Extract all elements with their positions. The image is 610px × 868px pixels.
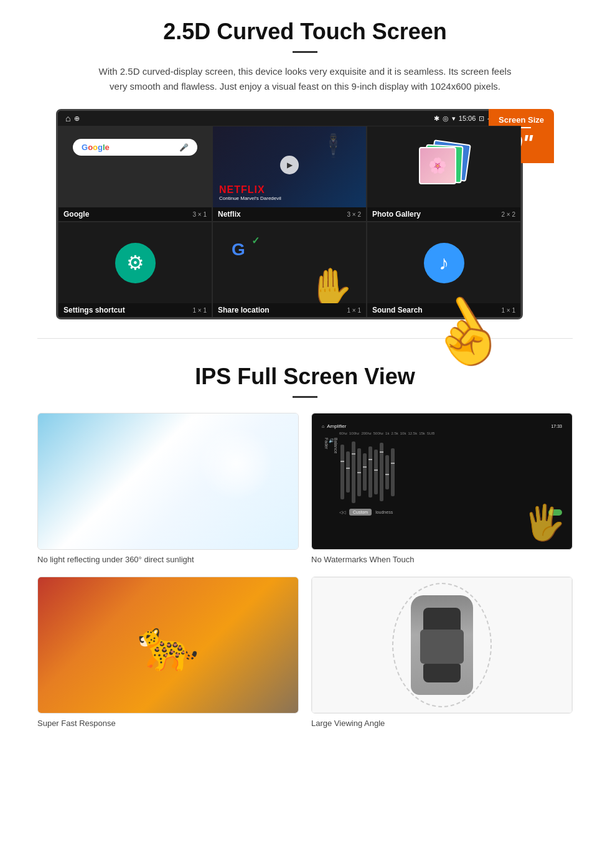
settings-icon-wrap: ⚙ xyxy=(115,243,156,283)
daredevil-silhouette: 🕴 xyxy=(319,133,347,159)
netflix-cell-inner: 🕴 ▶ NETFLIX Continue Marvel's Daredevil xyxy=(213,126,366,207)
sound-app-size: 1 × 1 xyxy=(501,307,515,314)
netflix-app-name: Netflix xyxy=(218,210,241,219)
netflix-app-cell[interactable]: 🕴 ▶ NETFLIX Continue Marvel's Daredevil … xyxy=(212,126,367,222)
car-windshield xyxy=(423,608,461,633)
sun-rays xyxy=(199,426,273,501)
photo-gallery-app-cell[interactable]: 🌸 Photo Gallery 2 × 2 xyxy=(367,126,521,222)
flower-emoji: 🌸 xyxy=(428,157,447,174)
feature-caption-1: No light reflecting under 360° direct su… xyxy=(37,555,299,564)
ips-title-underline xyxy=(293,396,317,398)
feature-caption-3: Super Fast Response xyxy=(37,719,299,728)
time-display: 15:06 xyxy=(459,115,476,122)
cheetah-image: 🐆 xyxy=(37,577,299,714)
feature-card-4: Large Viewing Angle xyxy=(311,577,573,728)
cheetah-background: 🐆 xyxy=(38,577,298,713)
amplifier-image: ⌂ Amplifier 17:33 60hz100hz200hz500hz1k2… xyxy=(311,413,573,550)
car-rear-windshield xyxy=(423,664,461,682)
netflix-brand: NETFLIX xyxy=(219,184,281,196)
amp-title: Amplifier xyxy=(327,423,548,429)
share-app-size: 1 × 1 xyxy=(347,307,361,314)
netflix-subtitle: Continue Marvel's Daredevil xyxy=(219,196,281,201)
settings-app-cell[interactable]: ⚙ Settings shortcut 1 × 1 xyxy=(58,222,212,318)
gear-icon: ⚙ xyxy=(126,251,144,275)
section1-description: With 2.5D curved-display screen, this de… xyxy=(93,64,517,94)
play-button[interactable]: ▶ xyxy=(280,156,299,174)
photo-stack: 🌸 xyxy=(419,142,469,192)
google-logo: Google xyxy=(82,143,110,152)
section2-title: IPS Full Screen View xyxy=(37,364,573,390)
google-app-cell[interactable]: Google 🎤 Google 3 × 1 xyxy=(58,126,212,222)
feature-card-3: 🐆 Super Fast Response xyxy=(37,577,299,728)
home-icon: ⌂ xyxy=(65,113,70,123)
camera-icon: ⊡ xyxy=(479,115,484,123)
maps-g-icon: G ✓ xyxy=(232,235,260,261)
google-label-row: Google 3 × 1 xyxy=(59,207,212,221)
title-underline xyxy=(293,51,317,53)
amp-hand-icon: 🖐 xyxy=(523,502,566,543)
settings-app-name: Settings shortcut xyxy=(63,306,125,314)
feature-caption-2: No Watermarks When Touch xyxy=(311,555,573,564)
netflix-overlay: NETFLIX Continue Marvel's Daredevil xyxy=(219,184,281,201)
status-bar: ⌂ ⊕ ✱ ◎ ▾ 15:06 ⊡ ◁) ☒ ▭ xyxy=(58,111,521,126)
amp-home-icon: ⌂ xyxy=(322,424,324,428)
feature-caption-4: Large Viewing Angle xyxy=(311,719,573,728)
photo-app-name: Photo Gallery xyxy=(372,210,421,219)
cheetah-icon: 🐆 xyxy=(137,616,199,674)
photo-label-row: Photo Gallery 2 × 2 xyxy=(367,207,520,221)
settings-cell-inner: ⚙ xyxy=(59,222,212,303)
features-grid: No light reflecting under 360° direct su… xyxy=(37,413,573,728)
sound-icon-wrap: ♪ xyxy=(424,243,464,283)
sound-app-name: Sound Search xyxy=(372,306,423,314)
location-icon: ◎ xyxy=(443,115,449,123)
share-location-app-cell[interactable]: G ✓ 🤚 Share location 1 × 1 xyxy=(212,222,367,318)
photo-card-3: 🌸 xyxy=(419,147,456,184)
ips-section: IPS Full Screen View No light reflecting… xyxy=(37,357,573,734)
music-note-icon: ♪ xyxy=(439,252,449,275)
wifi-icon: ▾ xyxy=(452,115,456,123)
google-app-size: 3 × 1 xyxy=(192,211,207,218)
car-roof xyxy=(420,630,464,664)
share-app-name: Share location xyxy=(218,306,270,314)
photo-cell-inner: 🌸 xyxy=(367,126,520,207)
feature-card-1: No light reflecting under 360° direct su… xyxy=(37,413,299,564)
mic-icon: 🎤 xyxy=(179,143,189,152)
photo-app-size: 2 × 2 xyxy=(501,211,515,218)
feature-card-2: ⌂ Amplifier 17:33 60hz100hz200hz500hz1k2… xyxy=(311,413,573,564)
usb-icon: ⊕ xyxy=(74,115,80,123)
bluetooth-icon: ✱ xyxy=(434,115,439,123)
google-app-name: Google xyxy=(63,210,89,219)
google-cell-inner: Google 🎤 xyxy=(59,126,212,207)
share-cell-inner: G ✓ 🤚 xyxy=(213,222,366,303)
netflix-app-size: 3 × 2 xyxy=(347,211,361,218)
sky-background xyxy=(38,413,298,549)
settings-label-row: Settings shortcut 1 × 1 xyxy=(59,303,212,317)
section1-title: 2.5D Curved Touch Screen xyxy=(37,19,573,45)
google-search-bar: Google 🎤 xyxy=(73,139,197,156)
sound-cell-inner: ♪ xyxy=(367,222,520,303)
app-grid-row1: Google 🎤 Google 3 × 1 🕴 xyxy=(58,126,521,222)
badge-label: Screen Size xyxy=(499,115,544,125)
device-wrapper: Screen Size 9" ⌂ ⊕ ✱ ◎ ▾ 15:06 ⊡ ◁) ☒ ▭ xyxy=(56,109,554,319)
car-image xyxy=(311,577,573,714)
sky-image xyxy=(37,413,299,550)
share-label-row: Share location 1 × 1 xyxy=(213,303,366,317)
pointing-hand-icon: 🤚 xyxy=(307,265,354,303)
settings-app-size: 1 × 1 xyxy=(192,307,207,314)
amp-status-bar: ⌂ Amplifier 17:33 xyxy=(322,423,562,429)
car-top-view xyxy=(411,595,473,695)
car-background xyxy=(312,577,572,713)
amp-time: 17:33 xyxy=(551,424,562,428)
device-screen: ⌂ ⊕ ✱ ◎ ▾ 15:06 ⊡ ◁) ☒ ▭ xyxy=(56,109,523,319)
netflix-label-row: Netflix 3 × 2 xyxy=(213,207,366,221)
